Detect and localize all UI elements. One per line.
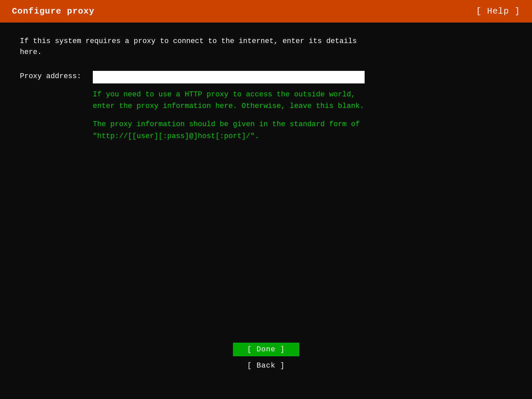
page-title: Configure proxy xyxy=(12,6,94,16)
screen: Configure proxy [ Help ] If this system … xyxy=(0,0,532,399)
proxy-row: Proxy address: If you need to use a HTTP… xyxy=(20,71,512,149)
help-p2-l1: The proxy information should be given in… xyxy=(93,120,360,128)
bottom-buttons: [ Done ] [ Back ] xyxy=(233,343,299,373)
proxy-address-input[interactable] xyxy=(93,71,365,83)
title-bar: Configure proxy [ Help ] xyxy=(0,0,532,23)
back-button[interactable]: [ Back ] xyxy=(233,359,299,373)
proxy-input-container: If you need to use a HTTP proxy to acces… xyxy=(93,71,512,149)
intro-line1: If this system requires a proxy to conne… xyxy=(20,37,357,45)
help-p2-l2: "http://[[user][:pass]@]host[:port]/". xyxy=(93,132,259,140)
intro-line2: here. xyxy=(20,48,42,56)
done-button[interactable]: [ Done ] xyxy=(233,343,299,356)
help-button[interactable]: [ Help ] xyxy=(476,6,520,16)
intro-text: If this system requires a proxy to conne… xyxy=(20,36,512,58)
help-p1-l1: If you need to use a HTTP proxy to acces… xyxy=(93,90,355,99)
proxy-label: Proxy address: xyxy=(20,71,86,80)
help-p1-l2: enter the proxy information here. Otherw… xyxy=(93,102,364,110)
proxy-help-text: If you need to use a HTTP proxy to acces… xyxy=(93,89,365,149)
